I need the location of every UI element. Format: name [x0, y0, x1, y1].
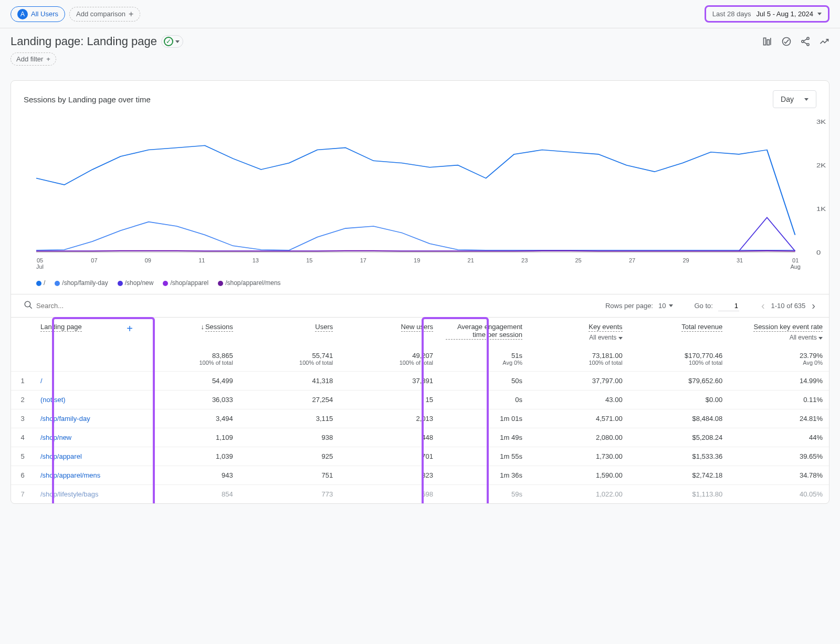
chevron-down-icon	[175, 40, 180, 43]
status-dropdown[interactable]: ✓	[161, 35, 183, 48]
cell-landing-page[interactable]: (not set)	[34, 390, 139, 409]
total-key: 73,181.00	[592, 352, 623, 360]
report-card: Sessions by Landing page over time Day 0…	[10, 80, 830, 504]
table-row[interactable]: 6/shop/apparel/mens9437513231m 36s1,590.…	[11, 466, 829, 485]
legend-item[interactable]: /shop/family-day	[55, 279, 108, 287]
col-label: Users	[315, 323, 333, 332]
chevron-down-icon	[818, 337, 823, 340]
cell-engagement: 1m 55s	[439, 447, 529, 466]
svg-text:2K: 2K	[816, 162, 826, 168]
legend-item[interactable]: /	[36, 279, 45, 287]
events-filter[interactable]: All events	[790, 334, 817, 341]
total-sub: Avg 0%	[446, 360, 522, 366]
legend-item[interactable]: /shop/apparel/mens	[218, 279, 280, 287]
cell-revenue: $1,533.36	[629, 447, 729, 466]
col-new-users[interactable]: New users	[339, 318, 439, 347]
rows-per-page-label: Rows per page:	[605, 302, 653, 310]
plus-icon: +	[46, 55, 50, 63]
cell-landing-page[interactable]: /shop/apparel	[34, 447, 139, 466]
cell-landing-page[interactable]: /shop/family-day	[34, 409, 139, 428]
col-label: Total revenue	[681, 323, 722, 332]
chart-legend: //shop/family-day/shop/new/shop/apparel/…	[36, 270, 816, 294]
date-range-value: Jul 5 - Aug 1, 2024	[757, 10, 813, 18]
col-key-events[interactable]: Key eventsAll events	[529, 318, 629, 347]
customize-icon[interactable]	[762, 36, 773, 47]
insights-icon[interactable]	[781, 36, 792, 47]
cell-landing-page[interactable]: /	[34, 372, 139, 390]
cell-rate: 0.11%	[729, 390, 829, 409]
cell-sessions: 36,033	[139, 390, 239, 409]
table-row[interactable]: 1/54,49941,31837,39150s37,797.00$79,652.…	[11, 372, 829, 390]
legend-item[interactable]: /shop/apparel	[163, 279, 208, 287]
cell-key: 2,080.00	[529, 428, 629, 447]
col-sessions[interactable]: ↓Sessions	[139, 318, 239, 347]
add-comparison-label: Add comparison	[76, 10, 125, 18]
top-bar: A All Users Add comparison + Last 28 day…	[0, 0, 840, 28]
cell-engagement: 1m 01s	[439, 409, 529, 428]
add-filter-label: Add filter	[16, 55, 43, 63]
data-table-wrap: Landing page + ↓Sessions Users New users…	[11, 317, 829, 503]
total-revenue: $170,770.46	[685, 352, 722, 360]
chart-x-axis: 05Jul0709111315171921232527293101Aug	[36, 255, 816, 270]
col-landing-page[interactable]: Landing page +	[34, 318, 139, 347]
svg-text:0: 0	[816, 249, 821, 256]
date-range-picker[interactable]: Last 28 days Jul 5 - Aug 1, 2024	[705, 5, 830, 23]
cell-sessions: 1,109	[139, 428, 239, 447]
search-icon	[24, 300, 33, 311]
next-page-button[interactable]: ›	[811, 300, 816, 312]
table-row[interactable]: 5/shop/apparel1,0399257011m 55s1,730.00$…	[11, 447, 829, 466]
cell-landing-page[interactable]: /shop/apparel/mens	[34, 466, 139, 485]
row-index: 7	[11, 485, 34, 504]
cell-rate: 24.81%	[729, 409, 829, 428]
total-sub: 100% of total	[145, 360, 233, 366]
cell-newusers: 323	[339, 466, 439, 485]
svg-text:3K: 3K	[816, 118, 826, 125]
cell-users: 3,115	[239, 409, 340, 428]
total-sessions: 83,865	[212, 352, 233, 360]
events-filter[interactable]: All events	[589, 334, 616, 341]
cell-newusers: 448	[339, 428, 439, 447]
col-revenue[interactable]: Total revenue	[629, 318, 729, 347]
table-row[interactable]: 7/shop/lifestyle/bags85477359859s1,022.0…	[11, 485, 829, 504]
total-sub: Avg 0%	[735, 360, 823, 366]
cell-users: 773	[239, 485, 340, 504]
col-users[interactable]: Users	[239, 318, 340, 347]
svg-text:1K: 1K	[816, 206, 826, 213]
chart-title: Sessions by Landing page over time	[24, 95, 151, 104]
cell-landing-page[interactable]: /shop/lifestyle/bags	[34, 485, 139, 504]
svg-line-7	[804, 39, 807, 41]
col-rate[interactable]: Session key event rateAll events	[729, 318, 829, 347]
search-input[interactable]	[33, 299, 138, 313]
cell-key: 1,022.00	[529, 485, 629, 504]
total-engagement: 51s	[511, 352, 522, 360]
explore-icon[interactable]	[819, 36, 830, 47]
legend-item[interactable]: /shop/new	[118, 279, 154, 287]
cell-engagement: 1m 36s	[439, 466, 529, 485]
cell-landing-page[interactable]: /shop/new	[34, 428, 139, 447]
share-icon[interactable]	[800, 36, 811, 47]
add-dimension-button[interactable]: +	[127, 323, 133, 335]
audience-label: All Users	[31, 10, 58, 18]
granularity-select[interactable]: Day	[773, 90, 816, 108]
add-filter-button[interactable]: Add filter +	[10, 52, 56, 66]
table-row[interactable]: 4/shop/new1,1099384481m 49s2,080.00$5,20…	[11, 428, 829, 447]
svg-line-8	[804, 42, 807, 44]
page-range-label: 1-10 of 635	[771, 302, 806, 310]
table-row[interactable]: 2(not set)36,03327,254150s43.00$0.000.11…	[11, 390, 829, 409]
cell-engagement: 50s	[439, 372, 529, 390]
goto-label: Go to:	[694, 302, 712, 310]
rows-per-page-select[interactable]: 10	[658, 302, 673, 310]
cell-sessions: 854	[139, 485, 239, 504]
cell-key: 37,797.00	[529, 372, 629, 390]
add-comparison-button[interactable]: Add comparison +	[69, 7, 140, 22]
cell-revenue: $5,208.24	[629, 428, 729, 447]
row-index: 3	[11, 409, 34, 428]
sessions-chart: 01K2K3K	[36, 113, 816, 255]
plus-icon: +	[129, 9, 133, 19]
goto-input[interactable]	[718, 301, 739, 311]
svg-point-3	[783, 38, 791, 46]
table-row[interactable]: 3/shop/family-day3,4943,1152,0131m 01s4,…	[11, 409, 829, 428]
prev-page-button[interactable]: ‹	[760, 300, 766, 312]
audience-pill[interactable]: A All Users	[10, 6, 65, 22]
col-engagement[interactable]: Average engagement time per session	[439, 318, 529, 347]
